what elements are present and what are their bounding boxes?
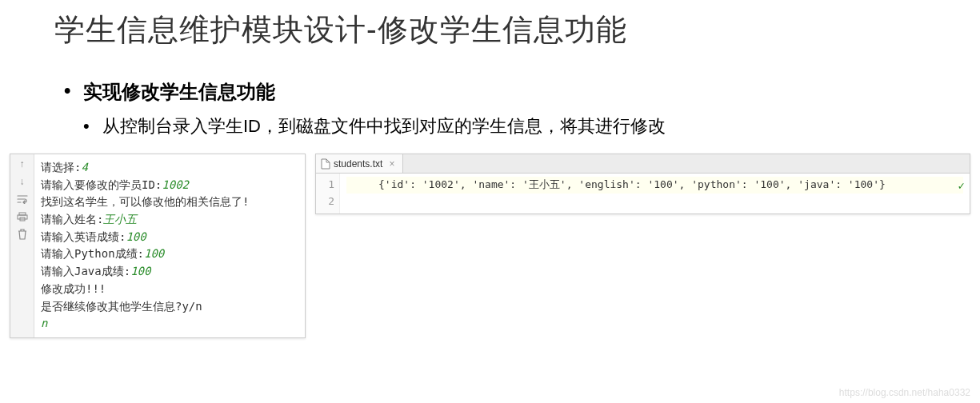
panels-row: ↑ ↓ 请选择:4 请输入要修改的学员ID:1002 找到这名学生，可以修改他的… xyxy=(0,139,980,338)
console-line: n xyxy=(41,315,298,333)
console-line: 找到这名学生，可以修改他的相关信息了! xyxy=(41,194,298,211)
bullet-main: 实现修改学生信息功能 xyxy=(64,79,980,105)
console-line: 请输入英语成绩:100 xyxy=(41,229,298,246)
console-line: 请输入Java成绩:100 xyxy=(41,263,298,281)
tab-close-icon[interactable]: × xyxy=(389,158,394,170)
editor-panel: students.txt × 1 2 {'id': '1002', 'name'… xyxy=(315,154,970,214)
editor-tabs: students.txt × xyxy=(316,154,970,174)
trash-icon[interactable] xyxy=(14,228,30,241)
console-line: 请输入要修改的学员ID:1002 xyxy=(41,177,298,194)
bullet-list: 实现修改学生信息功能 从控制台录入学生ID，到磁盘文件中找到对应的学生信息，将其… xyxy=(0,50,980,139)
editor-gutter: 1 2 xyxy=(316,174,340,213)
wrap-icon[interactable] xyxy=(14,193,30,205)
slide-title: 学生信息维护模块设计-修改学生信息功能 xyxy=(0,0,980,50)
print-icon[interactable] xyxy=(14,210,30,223)
watermark: https://blog.csdn.net/haha0332 xyxy=(839,387,970,398)
bullet-sub: 从控制台录入学生ID，到磁盘文件中找到对应的学生信息，将其进行修改 xyxy=(83,113,771,139)
console-line: 请选择:4 xyxy=(41,159,298,177)
editor-content[interactable]: {'id': '1002', 'name': '王小五', 'english':… xyxy=(340,174,970,213)
editor-tab-label: students.txt xyxy=(334,158,382,170)
console-line: 请输入Python成绩:100 xyxy=(41,245,298,263)
editor-line: {'id': '1002', 'name': '王小五', 'english':… xyxy=(346,177,963,194)
file-icon xyxy=(321,158,330,170)
arrow-up-icon[interactable]: ↑ xyxy=(14,158,30,170)
editor-tab-students[interactable]: students.txt × xyxy=(316,154,403,173)
editor-line xyxy=(346,194,963,210)
editor-body[interactable]: 1 2 {'id': '1002', 'name': '王小五', 'engli… xyxy=(316,174,970,213)
check-icon: ✓ xyxy=(958,177,965,194)
console-line: 修改成功!!! xyxy=(41,281,298,298)
console-panel: ↑ ↓ 请选择:4 请输入要修改的学员ID:1002 找到这名学生，可以修改他的… xyxy=(10,154,306,338)
console-line: 请输入姓名:王小五 xyxy=(41,211,298,229)
console-line: 是否继续修改其他学生信息?y/n xyxy=(41,298,298,316)
console-toolbar: ↑ ↓ xyxy=(10,154,34,337)
console-output[interactable]: 请选择:4 请输入要修改的学员ID:1002 找到这名学生，可以修改他的相关信息… xyxy=(34,154,305,337)
arrow-down-icon[interactable]: ↓ xyxy=(14,175,30,188)
